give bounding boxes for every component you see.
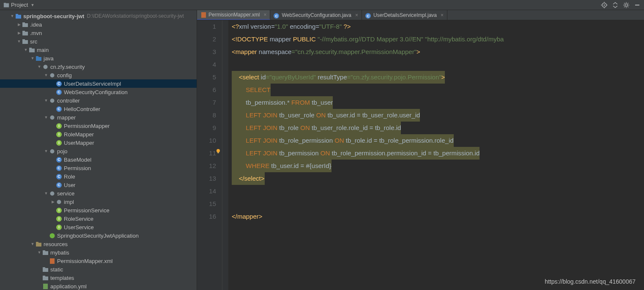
- tree-arrow-icon[interactable]: ▼: [37, 65, 41, 69]
- tree-item[interactable]: ▼controller: [0, 96, 197, 105]
- tree-arrow-icon[interactable]: ▶: [17, 22, 21, 27]
- tree-arrow-icon[interactable]: ▼: [17, 39, 21, 43]
- tree-item[interactable]: ▼cn.zfy.security: [0, 62, 197, 71]
- bulb-icon[interactable]: [215, 148, 221, 154]
- tree-item[interactable]: ▼service: [0, 189, 197, 198]
- svg-rect-9: [635, 5, 639, 5]
- line-number: 1: [197, 20, 216, 33]
- tree-item[interactable]: ▼java: [0, 54, 197, 62]
- editor-tab[interactable]: CWebSecurityConfiguration.java×: [270, 10, 362, 20]
- tree-item[interactable]: ▼springboot-security-jwtD:\IDEAWorkstati…: [0, 12, 197, 20]
- tree-item[interactable]: SpringbootSecurityJwtApplication: [0, 231, 197, 240]
- folder-icon: [22, 22, 28, 28]
- svg-rect-33: [43, 250, 45, 252]
- line-gutter: 12345678910111213141516: [197, 20, 222, 290]
- tree-item-label: RoleMapper: [64, 131, 94, 138]
- gear-icon[interactable]: [623, 2, 630, 8]
- collapse-icon[interactable]: [612, 2, 619, 8]
- svg-point-28: [57, 200, 61, 204]
- xml-icon: [49, 258, 55, 264]
- svg-rect-12: [22, 23, 28, 27]
- iface-icon: I: [56, 216, 62, 222]
- tree-arrow-icon[interactable]: ▼: [44, 149, 48, 153]
- line-number: 3: [197, 46, 216, 58]
- editor-tab[interactable]: CUserDetailsServiceImpl.java×: [362, 10, 447, 20]
- project-selector[interactable]: Project ▼: [0, 2, 38, 8]
- tree-item[interactable]: ▼mybatis: [0, 248, 197, 257]
- class-icon: C: [56, 165, 62, 171]
- tree-item[interactable]: CUserDetailsServiceImpl: [0, 79, 197, 88]
- tree-arrow-icon[interactable]: ▶: [17, 31, 21, 35]
- line-number: 13: [197, 172, 216, 185]
- tree-item[interactable]: IRoleService: [0, 214, 197, 223]
- tree-item[interactable]: ▶impl: [0, 198, 197, 206]
- tree-item[interactable]: templates: [0, 274, 197, 282]
- tree-item[interactable]: CRole: [0, 172, 197, 181]
- tree-item[interactable]: ▼mapper: [0, 113, 197, 122]
- svg-rect-39: [43, 284, 48, 289]
- srcfolder-icon: [36, 55, 42, 62]
- tree-item-label: pojo: [57, 148, 68, 154]
- tree-item[interactable]: static: [0, 265, 197, 274]
- project-tree[interactable]: ▼springboot-security-jwtD:\IDEAWorkstati…: [0, 10, 197, 290]
- svg-rect-31: [36, 242, 38, 243]
- pkg-icon: [56, 199, 62, 205]
- locate-icon[interactable]: [601, 2, 608, 8]
- yml-icon: [42, 283, 49, 290]
- tree-item[interactable]: CHelloController: [0, 105, 197, 113]
- tree-item[interactable]: PermissionMapper.xml: [0, 257, 197, 265]
- tree-arrow-icon[interactable]: ▼: [44, 73, 48, 77]
- tree-arrow-icon[interactable]: ▶: [51, 200, 55, 204]
- tree-item[interactable]: IUserMapper: [0, 138, 197, 147]
- svg-rect-17: [22, 39, 25, 41]
- tree-arrow-icon[interactable]: ▼: [44, 115, 48, 119]
- tree-item[interactable]: CPermission: [0, 164, 197, 172]
- tree-item[interactable]: CWebSecurityConfiguration: [0, 88, 197, 96]
- close-icon[interactable]: ×: [263, 12, 266, 18]
- tree-item[interactable]: CUser: [0, 181, 197, 189]
- line-number: 4: [197, 58, 216, 71]
- editor-tab[interactable]: PermissionMapper.xml×: [197, 10, 270, 20]
- tree-item[interactable]: CBaseModel: [0, 155, 197, 164]
- tree-item[interactable]: IPermissionService: [0, 206, 197, 214]
- tree-arrow-icon[interactable]: ▼: [10, 14, 14, 18]
- tree-arrow-icon[interactable]: ▼: [37, 250, 41, 255]
- svg-rect-18: [29, 49, 35, 52]
- line-number: 15: [197, 198, 216, 210]
- code-content[interactable]: <?xml version="1.0" encoding="UTF-8" ?> …: [228, 20, 644, 290]
- svg-point-27: [50, 191, 55, 195]
- tree-item[interactable]: ▶.idea: [0, 20, 197, 29]
- tree-item-label: java: [44, 55, 54, 62]
- tree-arrow-icon[interactable]: ▼: [30, 242, 35, 246]
- line-number: 10: [197, 134, 216, 147]
- tree-arrow-icon[interactable]: ▼: [44, 98, 48, 103]
- tree-item[interactable]: IRoleMapper: [0, 130, 197, 138]
- tree-item[interactable]: ▼main: [0, 46, 197, 54]
- tree-item[interactable]: ▶.mvn: [0, 29, 197, 37]
- tree-item[interactable]: ▼config: [0, 71, 197, 79]
- tree-item[interactable]: application.yml: [0, 282, 197, 290]
- tree-item[interactable]: ▼src: [0, 37, 197, 46]
- svg-rect-15: [22, 31, 25, 32]
- hide-icon[interactable]: [634, 2, 641, 8]
- tree-item[interactable]: ▼pojo: [0, 147, 197, 155]
- tree-item-label: UserMapper: [64, 140, 94, 146]
- svg-rect-11: [16, 14, 18, 15]
- folder-icon: [42, 275, 49, 281]
- tree-arrow-icon[interactable]: ▼: [24, 48, 28, 52]
- tree-item-label: .mvn: [30, 30, 42, 36]
- close-icon[interactable]: ×: [441, 12, 444, 18]
- close-icon[interactable]: ×: [355, 12, 358, 18]
- tree-arrow-icon[interactable]: ▼: [44, 191, 48, 195]
- tree-item-label: src: [30, 38, 37, 45]
- tree-item-label: PermissionMapper: [64, 123, 110, 129]
- svg-rect-37: [43, 276, 48, 280]
- svg-point-23: [50, 73, 55, 77]
- svg-point-3: [604, 4, 605, 5]
- tree-item[interactable]: IPermissionMapper: [0, 122, 197, 130]
- tree-arrow-icon[interactable]: ▼: [30, 56, 35, 60]
- tree-item[interactable]: ▼resources: [0, 240, 197, 248]
- svg-rect-13: [22, 22, 25, 24]
- class-icon: C: [56, 106, 62, 112]
- tree-item[interactable]: IUserService: [0, 223, 197, 231]
